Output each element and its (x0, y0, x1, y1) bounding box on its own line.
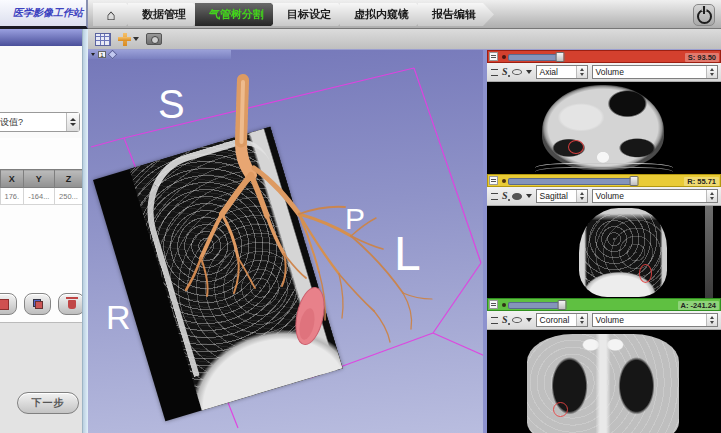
seed-point-table: X Y Z 176. -164... 250... (0, 169, 83, 205)
slice-position-value: A: -241.24 (678, 301, 719, 310)
slice-position-value: S: 93.50 (685, 53, 719, 62)
tab-data-management[interactable]: 数据管理 (128, 3, 204, 26)
ct-slice-plane[interactable] (93, 127, 343, 422)
power-icon (697, 9, 712, 24)
view-section-coronal: A: -241.24 S Coronal Volume (487, 298, 721, 433)
edit-button[interactable] (0, 293, 17, 315)
trash-icon (68, 300, 76, 309)
curve-tool-icon[interactable]: S (502, 191, 508, 201)
orientation-label-posterior: P (345, 202, 365, 236)
app-brand-title: 医学影像工作站 (13, 6, 83, 20)
nav-breadcrumb-tabs: ⌂ 数据管理 气管树分割 目标设定 虚拟内窥镜 报告编辑 (88, 0, 721, 29)
curve-tool-icon[interactable]: S (502, 315, 508, 325)
copy-icon (33, 299, 43, 309)
chevron-down-icon[interactable] (526, 318, 532, 322)
render-mode-select[interactable]: Volume (592, 189, 718, 203)
tab-target-setting[interactable]: 目标设定 (273, 3, 349, 26)
eye-icon[interactable] (512, 193, 522, 200)
axial-ct-image (542, 85, 664, 170)
stepper-icon (706, 66, 717, 78)
add-seed-button[interactable] (118, 33, 139, 46)
slider-fill (508, 178, 632, 185)
chevron-down-icon[interactable] (526, 194, 532, 198)
right-view-panel: S: 93.50 S Axial Volume (483, 50, 721, 433)
cell-x: 176. (1, 188, 24, 205)
render-mode-select[interactable]: Volume (592, 313, 718, 327)
stepper-icon (576, 314, 587, 326)
top-bar: 医学影像工作站 ⌂ 数据管理 气管树分割 目标设定 虚拟内窥镜 报告编辑 (0, 0, 721, 29)
cell-z: 250... (54, 188, 82, 205)
sagittal-slice-slider[interactable]: R: 55.71 (487, 174, 721, 187)
stepper-icon[interactable] (66, 113, 79, 131)
curve-tool-icon[interactable]: S (502, 67, 508, 77)
diamond-icon[interactable] (108, 50, 118, 59)
sidebar-header-strip (0, 29, 83, 46)
lesion-annotation-ring (568, 140, 584, 154)
tab-report-editing[interactable]: 报告编辑 (418, 3, 494, 26)
plus-icon (118, 33, 131, 46)
slider-options-icon[interactable] (489, 52, 498, 61)
coronal-control-row: S Coronal Volume (487, 311, 721, 330)
slice-position-value: R: 55.71 (684, 177, 719, 186)
plane-select[interactable]: Coronal (536, 313, 588, 327)
chevron-down-icon (133, 37, 139, 41)
column-header-x: X (1, 170, 24, 188)
slider-handle[interactable] (630, 176, 639, 187)
chevron-down-icon[interactable] (526, 70, 532, 74)
lesion-annotation-ring (553, 402, 568, 417)
power-button[interactable] (693, 4, 715, 26)
viewport-mini-toolbar: 1 (88, 50, 231, 59)
plane-select[interactable]: Axial (536, 65, 588, 79)
sagittal-image-view[interactable] (487, 206, 721, 298)
cell-y: -164... (23, 188, 54, 205)
coronal-slice-slider[interactable]: A: -241.24 (487, 298, 721, 311)
copy-button[interactable] (24, 293, 51, 315)
slider-handle[interactable] (555, 52, 564, 63)
preset-select[interactable]: 预设值? (0, 112, 80, 132)
view-section-axial: S: 93.50 S Axial Volume (487, 50, 721, 174)
sagittal-control-row: S Sagittal Volume (487, 187, 721, 206)
column-header-z: Z (54, 170, 82, 188)
slider-options-icon[interactable] (489, 300, 498, 309)
app-window: 医学影像工作站 ⌂ 数据管理 气管树分割 目标设定 虚拟内窥镜 报告编辑 (0, 0, 721, 433)
table-row[interactable]: 176. -164... 250... (1, 188, 83, 205)
view-toolbar (88, 29, 721, 50)
viewport-3d[interactable]: 1 (88, 50, 483, 433)
layers-icon[interactable] (491, 193, 498, 200)
slider-dot-icon (502, 55, 506, 59)
layout-grid-icon[interactable] (95, 33, 111, 46)
slider-options-icon[interactable] (489, 176, 498, 185)
tab-virtual-endoscopy[interactable]: 虚拟内窥镜 (340, 3, 427, 26)
image-edge-band (705, 206, 713, 298)
table-action-buttons (0, 293, 85, 315)
axial-image-view[interactable] (487, 82, 721, 174)
delete-button[interactable] (58, 293, 85, 315)
stepper-icon (706, 314, 717, 326)
plane-select[interactable]: Sagittal (536, 189, 588, 203)
plane-visibility-icon[interactable] (512, 317, 522, 323)
slider-dot-icon (502, 303, 506, 307)
next-step-button[interactable]: 下一步 (17, 392, 79, 414)
axial-control-row: S Axial Volume (487, 63, 721, 82)
stepper-icon (576, 190, 587, 202)
tab-airway-segmentation[interactable]: 气管树分割 (195, 3, 282, 26)
home-icon: ⌂ (106, 7, 115, 22)
orientation-label-superior: S (158, 82, 185, 127)
layers-icon[interactable] (491, 317, 498, 324)
coronal-ct-image (527, 334, 679, 433)
orientation-label-right: R (106, 298, 131, 337)
axial-slice-slider[interactable]: S: 93.50 (487, 50, 721, 63)
coronal-image-view[interactable] (487, 330, 721, 433)
view-section-sagittal: R: 55.71 S Sagittal Volume (487, 174, 721, 298)
sidebar-coordinates-card: X Y Z 176. -164... 250... (0, 138, 83, 323)
lesion-annotation-ring (639, 264, 652, 283)
chevron-down-icon[interactable] (91, 53, 95, 56)
plane-visibility-icon[interactable] (512, 69, 522, 75)
stepper-icon (576, 66, 587, 78)
orientation-label-left: L (394, 226, 421, 281)
view-number-box[interactable]: 1 (98, 51, 106, 58)
slider-handle[interactable] (558, 300, 567, 311)
render-mode-select[interactable]: Volume (592, 65, 718, 79)
layers-icon[interactable] (491, 69, 498, 76)
screenshot-camera-button[interactable] (146, 33, 162, 45)
